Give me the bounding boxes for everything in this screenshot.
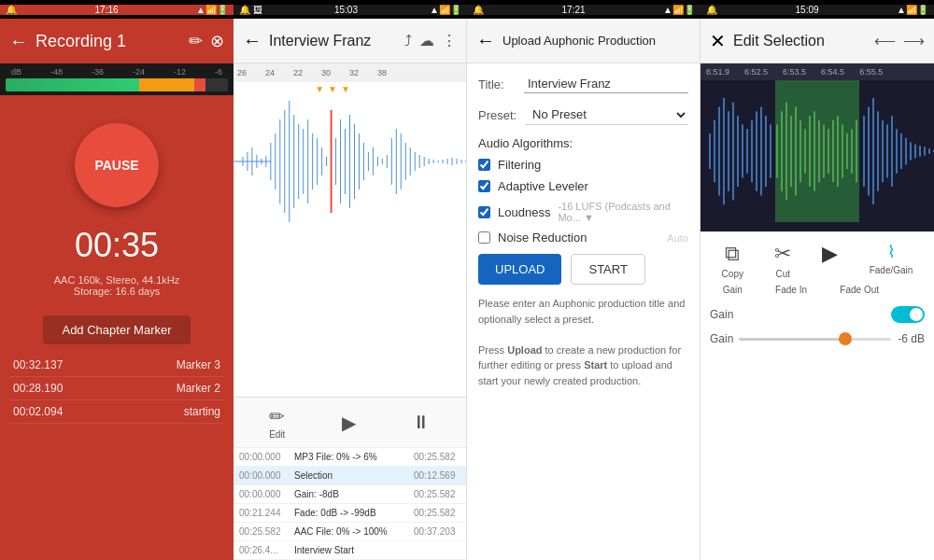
adaptive-leveler-label: Adaptive Leveler [498, 179, 688, 193]
interview-back-button[interactable]: ← [243, 30, 262, 51]
pause-ctrl-button[interactable]: ⏸ [412, 412, 431, 433]
edit-row[interactable]: 00:26.4... Interview Start [234, 541, 466, 560]
gain-slider-thumb[interactable] [839, 332, 852, 345]
edit-selection-close-button[interactable]: ✕ [710, 30, 726, 52]
edit-row[interactable]: 00:00.000 Gain: -8dB 00:25.582 [234, 485, 466, 504]
edit-row[interactable]: 00:00.000 Selection 00:12.569 [234, 467, 466, 485]
gain-value-display: -6 dB [897, 332, 925, 345]
panel-interview: ← Interview Franz ⤴ ☁ ⋮ 26 24 22 30 32 3… [234, 19, 467, 560]
nav-left-icon[interactable]: ⟵ [874, 32, 896, 49]
meter-red-section [194, 78, 205, 91]
marker-item[interactable]: 00:02.094 starting [9, 400, 224, 424]
panel-edit: ✕ Edit Selection ⟵ ⟶ 6:51.9 6:52.5 6:53.… [700, 19, 934, 560]
noise-reduction-checkbox[interactable] [478, 231, 490, 244]
status-notification1: 🔔 [6, 5, 17, 15]
recording-back-button[interactable]: ← [9, 31, 28, 52]
preset-field-row: Preset: No Preset [478, 105, 688, 125]
title-input[interactable] [524, 75, 688, 93]
adaptive-leveler-row: Adaptive Leveler [478, 179, 688, 193]
cut-tool-button[interactable]: ✂ Cut [774, 242, 791, 279]
marker-item[interactable]: 00:28.190 Marker 2 [9, 377, 224, 400]
fade-gain-tool-button[interactable]: ⌇ Fade/Gain [870, 242, 913, 279]
play-tool-icon: ▶ [822, 242, 838, 266]
fade-gain-icon: ⌇ [887, 242, 896, 262]
level-meter-container: dB -48 -36 -24 -12 -6 [0, 63, 234, 95]
edit-tools: ⧉ Copy ✂ Cut ▶ ⌇ Fade/Gain [700, 231, 934, 283]
loudness-label: Loudness [498, 205, 550, 219]
copy-tool-button[interactable]: ⧉ Copy [722, 242, 743, 279]
edit-row[interactable]: 00:21.244 Fade: 0dB -> -99dB 00:25.582 [234, 504, 466, 523]
panel-recording: ← Recording 1 ✏ ⊗ dB -48 -36 -24 -12 -6 … [0, 19, 234, 560]
upload-title: Upload Auphonic Production [502, 34, 690, 48]
interview-title: Interview Franz [269, 33, 397, 49]
recording-body: PAUSE 00:35 AAC 160k, Stereo, 44.1kHz St… [0, 95, 234, 560]
waveform-container[interactable]: 26 24 22 30 32 38 ▼ ▼ ▼ [234, 63, 466, 397]
status-bar-panel1: 🔔 17:16 ▲📶🔋 [0, 5, 234, 15]
meter-yellow-section [139, 78, 195, 91]
waveform-markers: ▼ ▼ ▼ [315, 84, 350, 94]
recording-edit-icon[interactable]: ✏ [189, 31, 203, 51]
meter-green-section [6, 78, 139, 91]
help-text: Please enter an Auphonic production titl… [478, 296, 688, 388]
recording-bookmark-icon[interactable]: ⊗ [210, 31, 224, 51]
status-time2: 15:03 [334, 5, 358, 15]
play-icon: ▶ [342, 412, 356, 434]
edit-description: Selection [294, 470, 410, 481]
gain-toggle-switch[interactable] [891, 306, 925, 323]
edit-waveform[interactable]: 6:51.9 6:52.5 6:53.5 6:54.5 6:55.5 [700, 63, 934, 231]
main-content: ← Recording 1 ✏ ⊗ dB -48 -36 -24 -12 -6 … [0, 19, 934, 560]
timer-display: 00:35 [75, 226, 159, 265]
panel-upload: ← Upload Auphonic Production Title: Pres… [467, 19, 700, 560]
upload-button[interactable]: UPLOAD [478, 254, 561, 285]
upload-back-button[interactable]: ← [476, 30, 495, 51]
marker-item[interactable]: 00:32.137 Marker 3 [9, 354, 224, 377]
edit-time-start: 00:21.244 [239, 508, 290, 518]
db-labels: dB -48 -36 -24 -12 -6 [6, 67, 228, 77]
interview-share-icon[interactable]: ⤴ [404, 33, 412, 49]
edit-time-end: 00:12.569 [414, 470, 460, 481]
interview-menu-icon[interactable]: ⋮ [442, 32, 457, 49]
start-button[interactable]: START [571, 254, 644, 285]
gain-label-gain: Gain [723, 285, 743, 295]
waveform-area[interactable]: ▼ ▼ ▼ [234, 82, 466, 241]
status-notification3: 🔔 [473, 5, 484, 15]
interview-cloud-icon[interactable]: ☁ [419, 32, 434, 49]
status-icons1: ▲📶🔋 [196, 5, 228, 15]
edit-description: AAC File: 0% -> 100% [294, 526, 410, 537]
marker-name: Marker 3 [177, 358, 220, 371]
edit-button[interactable]: ✏ Edit [269, 405, 285, 440]
edit-row[interactable]: 00:00.000 MP3 File: 0% -> 6% 00:25.582 [234, 448, 466, 467]
edit-icon: ✏ [269, 405, 285, 427]
edit-label: Edit [269, 429, 285, 440]
interview-controls: ✏ Edit ▶ ⏸ [234, 397, 466, 447]
nav-right-icon[interactable]: ⟶ [903, 32, 925, 49]
gain-toggle-row: Gain [700, 302, 934, 327]
gain-slider-fill [739, 338, 845, 341]
status-icons3: ▲📶🔋 [663, 5, 695, 15]
upload-action-row: UPLOAD START [478, 254, 688, 285]
marker-time: 00:28.190 [13, 382, 63, 395]
loudness-row: Loudness -16 LUFS (Podcasts and Mo... ▼ [478, 201, 688, 223]
status-notification2: 🔔 🖼 [239, 5, 262, 15]
play-tool-button[interactable]: ▶ [822, 242, 838, 279]
status-notification4: 🔔 [706, 5, 717, 15]
gain-slider[interactable] [739, 338, 891, 341]
upload-header: ← Upload Auphonic Production [467, 19, 700, 63]
edit-time-start: 00:00.000 [239, 470, 290, 481]
preset-select[interactable]: No Preset [525, 105, 688, 125]
status-bar-panel4: 🔔 15:09 ▲📶🔋 [700, 5, 934, 15]
status-time3: 17:21 [562, 5, 586, 15]
loudness-dropdown-value[interactable]: -16 LUFS (Podcasts and Mo... ▼ [558, 201, 688, 223]
adaptive-leveler-checkbox[interactable] [478, 180, 490, 192]
play-button[interactable]: ▶ [342, 412, 356, 434]
loudness-checkbox[interactable] [478, 206, 490, 218]
edit-time-start: 00:26.4... [239, 545, 290, 555]
gain-labels-row: Gain Fade In Fade Out [700, 283, 934, 302]
edit-row[interactable]: 00:25.582 AAC File: 0% -> 100% 00:37.203 [234, 523, 466, 541]
edit-time-end: 00:25.582 [414, 489, 460, 499]
marker-list: 00:32.137 Marker 3 00:28.190 Marker 2 00… [9, 354, 224, 424]
filtering-checkbox[interactable] [478, 159, 490, 171]
add-chapter-button[interactable]: Add Chapter Marker [43, 315, 190, 344]
pause-button[interactable]: PAUSE [75, 123, 159, 207]
audio-info: AAC 160k, Stereo, 44.1kHz [54, 274, 180, 286]
